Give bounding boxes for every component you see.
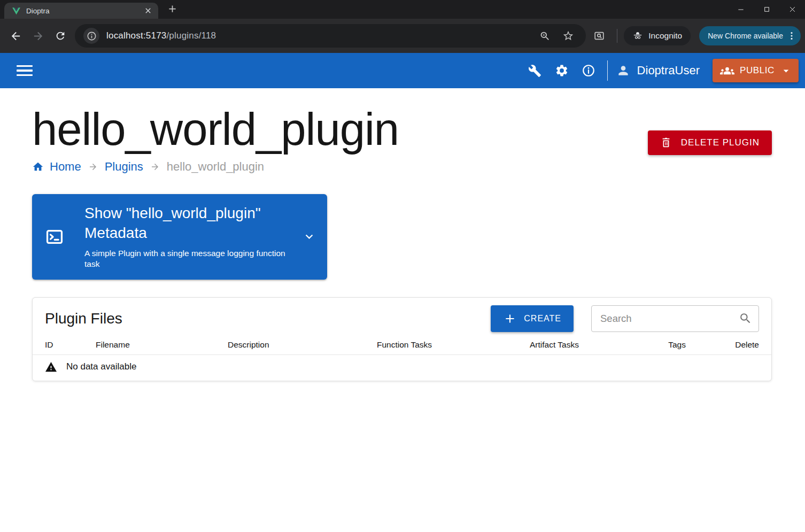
plugin-files-heading: Plugin Files — [45, 310, 122, 327]
username: DioptraUser — [637, 64, 700, 78]
zoom-icon[interactable] — [536, 27, 554, 45]
table-header-row: ID Filename Description Function Tasks A… — [33, 339, 771, 355]
home-icon — [32, 161, 44, 173]
trash-icon — [660, 137, 672, 149]
forward-icon[interactable] — [27, 25, 49, 47]
empty-message: No data available — [66, 361, 136, 372]
back-icon[interactable] — [4, 25, 27, 47]
browser-window: Dioptra — [0, 0, 805, 532]
warning-icon — [45, 361, 57, 373]
plugin-files-header: Plugin Files CREATE — [33, 298, 771, 339]
incognito-icon — [632, 30, 643, 41]
column-description: Description — [228, 340, 377, 350]
visibility-label: PUBLIC — [740, 65, 775, 76]
maximize-icon[interactable] — [754, 0, 779, 19]
column-id: ID — [45, 340, 96, 350]
site-info-icon[interactable] — [83, 28, 99, 44]
url-host: localhost:5173 — [106, 30, 166, 41]
chrome-update-button[interactable]: New Chrome available — [699, 26, 801, 45]
column-tags: Tags — [622, 340, 686, 350]
plugin-files-card: Plugin Files CREATE ID Filename Des — [32, 297, 772, 381]
kebab-menu-icon[interactable] — [786, 30, 797, 41]
breadcrumb-home[interactable]: Home — [32, 160, 81, 174]
address-bar[interactable]: localhost:5173/plugins/118 — [75, 24, 586, 48]
search-box — [591, 305, 759, 332]
user-chip: DioptraUser — [616, 64, 700, 78]
metadata-card-description: A simple Plugin with a single message lo… — [84, 248, 299, 270]
bookmark-star-icon[interactable] — [559, 27, 577, 45]
app-header: DioptraUser PUBLIC — [0, 53, 805, 88]
caret-down-icon — [780, 65, 792, 77]
new-tab-icon[interactable] — [165, 1, 180, 16]
url-path: /plugins/118 — [166, 30, 216, 41]
metadata-card-text: Show "hello_world_plugin" Metadata A sim… — [84, 204, 299, 270]
delete-plugin-button[interactable]: DELETE PLUGIN — [648, 130, 772, 155]
toolbar-divider — [617, 29, 617, 43]
person-icon — [616, 64, 630, 78]
chevron-down-icon[interactable] — [302, 229, 316, 244]
column-filename: Filename — [96, 340, 228, 350]
minimize-icon[interactable] — [728, 0, 754, 19]
create-label: CREATE — [524, 314, 561, 323]
tab-strip: Dioptra — [0, 0, 805, 19]
breadcrumb-current: hello_world_plugin — [167, 160, 264, 174]
terminal-icon — [45, 228, 64, 246]
metadata-card-title: Show "hello_world_plugin" Metadata — [84, 204, 299, 243]
delete-plugin-label: DELETE PLUGIN — [681, 137, 760, 148]
update-label: New Chrome available — [708, 32, 783, 40]
vue-favicon — [12, 6, 21, 16]
reload-icon[interactable] — [49, 25, 72, 47]
info-icon[interactable] — [575, 58, 602, 83]
breadcrumb-arrow-icon — [88, 162, 98, 172]
browser-toolbar: localhost:5173/plugins/118 Incognito New… — [0, 19, 805, 53]
plus-icon — [503, 312, 517, 326]
visibility-public-button[interactable]: PUBLIC — [713, 59, 799, 82]
column-artifact-tasks: Artifact Tasks — [530, 340, 622, 350]
tab-title: Dioptra — [26, 7, 142, 15]
column-delete: Delete — [686, 340, 759, 350]
incognito-label: Incognito — [648, 31, 682, 41]
empty-state-row: No data available — [33, 355, 771, 381]
incognito-badge: Incognito — [624, 26, 691, 45]
side-search-icon[interactable] — [588, 25, 610, 47]
create-button[interactable]: CREATE — [491, 305, 574, 332]
browser-tab[interactable]: Dioptra — [4, 3, 158, 19]
groups-icon — [720, 64, 734, 78]
close-window-icon[interactable] — [779, 0, 805, 19]
breadcrumb-plugins[interactable]: Plugins — [105, 160, 143, 174]
window-controls — [728, 0, 805, 19]
search-input[interactable] — [600, 313, 739, 325]
header-divider — [607, 60, 608, 81]
breadcrumb-arrow-icon — [150, 162, 160, 172]
column-function-tasks: Function Tasks — [377, 340, 530, 350]
breadcrumb: Home Plugins hello_world_plugin — [32, 160, 772, 174]
tab-close-icon[interactable] — [142, 5, 154, 17]
page-content: hello_world_plugin DELETE PLUGIN Home Pl… — [0, 88, 805, 532]
gear-icon[interactable] — [548, 58, 575, 83]
metadata-expander-card[interactable]: Show "hello_world_plugin" Metadata A sim… — [32, 194, 327, 280]
url-text: localhost:5173/plugins/118 — [106, 30, 216, 41]
search-icon — [739, 312, 752, 325]
wrench-icon[interactable] — [522, 58, 548, 83]
hamburger-menu-icon[interactable] — [12, 58, 37, 83]
